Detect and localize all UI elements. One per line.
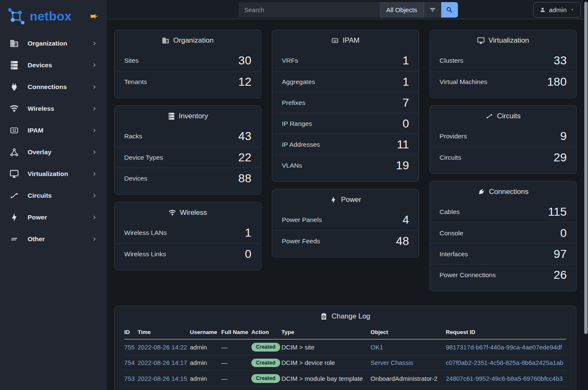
sidebar-item-organization[interactable]: Organization [0,33,107,54]
changelog-time-link[interactable]: 2022-08-26 14:22 [138,344,187,351]
stat-row-power-connections: Power Connections 26 [430,264,576,285]
sidebar-item-virtualization[interactable]: Virtualization [0,163,107,185]
changelog-col-id[interactable]: ID [124,326,138,339]
stat-value[interactable]: 0 [402,117,409,130]
changelog-title: Change Log [332,312,371,321]
stat-value[interactable]: 43 [238,130,251,143]
scrollbar-thumb[interactable] [584,2,588,334]
chevron-right-icon [92,62,97,68]
changelog-col-full-name[interactable]: Full Name [221,326,251,339]
changelog-request-id-link[interactable]: 24807c61-9952-49c6-b8a5-69760bfcc4b3 [446,375,562,382]
stat-label[interactable]: Cables [440,208,460,216]
changelog-time-link[interactable]: 2022-08-26 14:15 [138,375,187,382]
stat-label[interactable]: Wireless LANs [124,229,167,237]
stat-value[interactable]: 26 [554,268,567,282]
changelog-object: OK1 [371,339,446,355]
stat-label[interactable]: Prefixes [282,99,305,107]
netbox-logo[interactable]: netbox [7,7,72,26]
changelog-object: OnboardAdministrator-2 [371,371,446,387]
stat-label[interactable]: Power Panels [282,216,322,224]
chevron-right-icon [92,149,97,155]
stat-label[interactable]: Clusters [440,57,463,64]
stat-value[interactable]: 0 [245,247,251,261]
stat-value[interactable]: 1 [402,54,409,67]
stat-label[interactable]: IP Addresses [282,141,320,148]
stat-label[interactable]: Circuits [440,154,461,161]
stat-label[interactable]: Aggregates [282,78,315,86]
pin-sidebar-icon[interactable] [90,12,98,20]
stat-label[interactable]: Devices [124,175,147,182]
stat-label[interactable]: VRFs [282,57,298,64]
changelog-id-link[interactable]: 753 [124,375,135,382]
stat-label[interactable]: Console [440,229,463,237]
stat-label[interactable]: Power Feeds [282,237,320,245]
stat-value[interactable]: 97 [554,247,567,261]
user-menu-button[interactable]: admin [533,2,581,18]
plug-icon [10,82,19,92]
page-scrollbar[interactable] [583,0,588,390]
stat-label[interactable]: Racks [124,133,142,140]
stat-value[interactable]: 11 [397,138,409,151]
stat-value[interactable]: 88 [238,172,251,185]
stat-label[interactable]: Providers [440,133,467,140]
stat-value[interactable]: 22 [238,151,251,164]
changelog-col-username[interactable]: Username [190,326,221,339]
stat-value[interactable]: 0 [560,227,567,240]
svg-text:12: 12 [12,129,16,133]
stat-row-circuits: Circuits 29 [430,147,576,168]
stat-value[interactable]: 29 [554,151,567,164]
changelog-request-id-link[interactable]: c07f0ab2-2351-4c58-825a-8b6a2425a1ab [446,359,563,366]
stat-label[interactable]: Virtual Machines [440,78,487,86]
stat-value[interactable]: 12 [238,75,251,89]
stat-value[interactable]: 4 [402,213,409,227]
search-button[interactable] [441,2,458,18]
sidebar-item-wireless[interactable]: Wireless [0,98,107,120]
stat-value[interactable]: 19 [396,159,409,172]
changelog-col-action[interactable]: Action [251,326,281,339]
stat-label[interactable]: IP Ranges [282,120,312,127]
card-title: Connections [489,188,529,196]
changelog-time-link[interactable]: 2022-08-26 14:17 [138,359,187,366]
card-title: Wireless [180,209,207,217]
stat-label[interactable]: Wireless Links [124,250,166,258]
sidebar-item-power[interactable]: Power [0,206,107,228]
stat-value[interactable]: 7 [402,96,409,110]
chevron-right-icon [92,106,97,112]
changelog-col-time[interactable]: Time [138,326,190,339]
stat-label[interactable]: Device Types [124,154,163,161]
changelog-request-id-link[interactable]: 9817317d-b67f-440a-99ca-4ae07ede94df [446,344,562,351]
stat-row-wireless-links: Wireless Links 0 [115,243,261,264]
stat-label[interactable]: Tenants [124,78,147,86]
stat-label[interactable]: Sites [124,57,138,64]
changelog-col-object[interactable]: Object [371,326,446,339]
stat-value[interactable]: 180 [547,75,567,89]
changelog-fullname: — [221,371,251,387]
sidebar-item-connections[interactable]: Connections [0,76,107,98]
stat-label[interactable]: Power Connections [440,271,496,279]
changelog-id-link[interactable]: 754 [124,359,135,366]
sidebar-item-ipam[interactable]: 12 IPAM [0,120,107,141]
stat-value[interactable]: 1 [245,226,251,240]
stat-value[interactable]: 9 [560,130,567,143]
sidebar-item-other[interactable]: Other [0,228,107,250]
power-card: Power Power Panels 4 Power Feeds 48 [272,189,419,257]
filter-button[interactable] [424,2,441,18]
sidebar-item-devices[interactable]: Devices [0,54,107,76]
sidebar-item-circuits[interactable]: Circuits [0,185,107,206]
stat-value[interactable]: 30 [238,54,251,67]
stat-value[interactable]: 1 [402,75,409,89]
changelog-object-link[interactable]: Server Chassis [371,359,413,366]
stat-value[interactable]: 33 [554,54,567,67]
changelog-col-type[interactable]: Type [281,326,371,339]
changelog-col-request-id[interactable]: Request ID [446,326,566,339]
stat-value[interactable]: 48 [396,235,409,248]
stat-value[interactable]: 115 [548,205,567,219]
sidebar-item-overlay[interactable]: Overlay [0,141,107,163]
search-input[interactable] [238,2,380,18]
object-type-dropdown[interactable]: All Objects [380,2,424,18]
stat-label[interactable]: Interfaces [440,250,468,258]
stat-label[interactable]: VLANs [282,162,302,169]
changelog-object-link[interactable]: OK1 [371,344,383,351]
changelog-id-link[interactable]: 755 [124,344,135,351]
stat-row-ip-ranges: IP Ranges 0 [272,113,419,134]
